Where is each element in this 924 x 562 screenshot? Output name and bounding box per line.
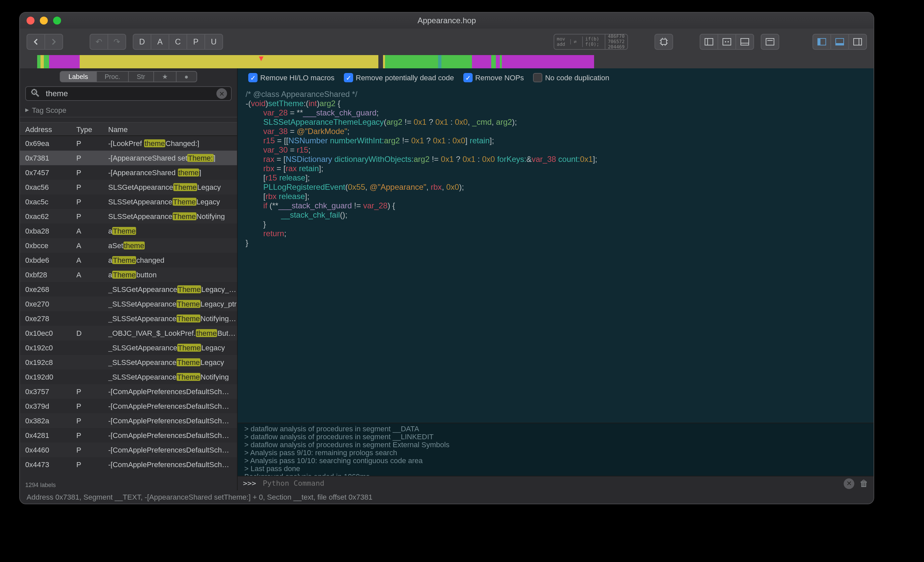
nav-segment[interactable] <box>40 55 44 68</box>
table-row[interactable]: 0x379dP-[ComApplePreferencesDefaultSch… <box>20 399 237 414</box>
nav-segment[interactable] <box>496 55 500 68</box>
table-row[interactable]: 0x7457P-[AppearanceShared theme] <box>20 165 237 180</box>
trash-icon[interactable]: 🗑︎ <box>860 478 868 489</box>
nav-segment[interactable] <box>500 55 502 68</box>
table-row[interactable]: 0x4473P-[ComApplePreferencesDefaultSch… <box>20 457 237 472</box>
decompiler-option[interactable]: ✓Remove potentially dead code <box>344 73 454 82</box>
decompiler-option[interactable]: ✓Remove HI/LO macros <box>248 73 334 82</box>
name-cell: -[AppearanceShared setTheme:] <box>108 154 237 162</box>
table-row[interactable]: 0xe268_SLSGetAppearanceThemeLegacy_ptr <box>20 282 237 297</box>
type-cell: P <box>76 388 108 396</box>
addr-cell: 0x4460 <box>20 446 76 454</box>
table-row[interactable]: 0xac5cPSLSSetAppearanceThemeLegacy <box>20 195 237 209</box>
table-row[interactable]: 0x69eaP-[LookPref themeChanged:] <box>20 136 237 151</box>
search-field[interactable]: 🔍︎ ✕ <box>25 86 232 101</box>
table-row[interactable]: 0xbf28AaThemebutton <box>20 267 237 282</box>
pseudo-code-view[interactable]: /* @class AppearanceShared */-(void)setT… <box>238 87 873 423</box>
nav-segment[interactable] <box>438 55 441 68</box>
nav-forward-button[interactable] <box>45 34 63 50</box>
mode-u-button[interactable]: U <box>204 34 223 50</box>
checkbox-icon[interactable]: ✓ <box>464 73 472 82</box>
panel-dots-button[interactable] <box>717 34 736 50</box>
nav-segment[interactable] <box>382 55 386 68</box>
sidebar-tab-4[interactable]: ● <box>176 70 197 82</box>
table-row[interactable]: 0xbcceAaSettheme <box>20 238 237 253</box>
panel-single-button[interactable] <box>761 34 779 50</box>
mode-c-button[interactable]: C <box>169 34 187 50</box>
clear-search-button[interactable]: ✕ <box>216 88 227 99</box>
mode-p-button[interactable]: P <box>186 34 205 50</box>
search-icon: 🔍︎ <box>30 88 40 99</box>
table-row[interactable]: 0x7381P-[AppearanceShared setTheme:] <box>20 151 237 165</box>
nav-segment[interactable] <box>44 55 49 68</box>
navigation-bar[interactable]: ▼ <box>20 55 873 68</box>
table-row[interactable]: 0x382aP-[ComApplePreferencesDefaultSch… <box>20 414 237 428</box>
toggle-bottom-panel-button[interactable] <box>830 34 849 50</box>
name-cell: -[AppearanceShared theme] <box>108 169 237 177</box>
code-line: var_30 = r15; <box>246 145 866 154</box>
decompiler-option[interactable]: No code duplication <box>533 73 609 82</box>
table-row[interactable]: 0xac62PSLSSetAppearanceThemeNotifying <box>20 209 237 223</box>
sidebar-tab-2[interactable]: Str <box>128 70 154 82</box>
checkbox-icon[interactable]: ✓ <box>248 73 258 82</box>
undo-button[interactable]: ↶ <box>90 34 108 50</box>
table-row[interactable]: 0xe270_SLSSetAppearanceThemeLegacy_ptr <box>20 297 237 311</box>
nav-back-button[interactable] <box>27 34 45 50</box>
nav-segment[interactable] <box>472 55 491 68</box>
close-icon[interactable] <box>27 16 34 24</box>
nav-segment[interactable] <box>49 55 80 68</box>
decompiler-option[interactable]: ✓Remove NOPs <box>464 73 524 82</box>
nav-segment[interactable] <box>441 55 472 68</box>
name-cell: -[ComApplePreferencesDefaultSch… <box>108 388 237 396</box>
panel-left-button[interactable] <box>700 34 718 50</box>
col-name[interactable]: Name <box>108 125 237 133</box>
search-input[interactable] <box>45 88 212 99</box>
table-row[interactable]: 0x192d0_SLSSetAppearanceThemeNotifying <box>20 370 237 384</box>
sidebar-tab-0[interactable]: Labels <box>60 70 97 82</box>
table-row[interactable]: 0x4460P-[ComApplePreferencesDefaultSch… <box>20 442 237 457</box>
code-line: var_38 = @"DarkMode"; <box>246 127 866 136</box>
zoom-icon[interactable] <box>53 16 61 24</box>
redo-button[interactable]: ↷ <box>108 34 126 50</box>
table-row[interactable]: 0xe278_SLSSetAppearanceThemeNotifying… <box>20 311 237 326</box>
table-row[interactable]: 0x3757P-[ComApplePreferencesDefaultSch… <box>20 384 237 399</box>
minimize-icon[interactable] <box>40 16 48 24</box>
asm-hint: mov add <box>554 36 568 47</box>
command-input[interactable] <box>261 478 838 489</box>
table-row[interactable]: 0x192c0_SLSGetAppearanceThemeLegacy <box>20 340 237 355</box>
table-row[interactable]: 0x192c8_SLSSetAppearanceThemeLegacy <box>20 355 237 370</box>
nav-segment[interactable] <box>594 55 873 68</box>
svg-rect-23 <box>859 39 862 45</box>
nav-segment[interactable] <box>80 55 378 68</box>
checkbox-icon[interactable] <box>533 73 542 82</box>
labels-table[interactable]: 0x69eaP-[LookPref themeChanged:]0x7381P-… <box>20 136 237 480</box>
table-row[interactable]: 0x4281P-[ComApplePreferencesDefaultSch… <box>20 428 237 442</box>
panel-bottom-button[interactable] <box>735 34 754 50</box>
toggle-sidebar-right-button[interactable] <box>848 34 867 50</box>
table-row[interactable]: 0x10ec0D_OBJC_IVAR_$_LookPref.themeButto… <box>20 326 237 340</box>
cpu-button[interactable] <box>654 34 673 50</box>
col-address[interactable]: Address <box>20 125 76 133</box>
nav-segment[interactable] <box>378 55 382 68</box>
table-row[interactable]: 0xbde6AaThemechanged <box>20 253 237 267</box>
table-row[interactable]: 0xac56PSLSGetAppearanceThemeLegacy <box>20 180 237 195</box>
nav-segment[interactable] <box>37 55 40 68</box>
mode-a-button[interactable]: A <box>151 34 169 50</box>
addr-cell: 0x192d0 <box>20 373 76 381</box>
nav-group <box>27 34 63 50</box>
sidebar-tab-3[interactable]: ★ <box>153 70 177 82</box>
code-line: if (**___stack_chk_guard != var_28) { <box>246 201 866 210</box>
nav-segment[interactable] <box>20 55 37 68</box>
nav-segment[interactable] <box>491 55 496 68</box>
mode-d-button[interactable]: D <box>133 34 152 50</box>
tag-scope-toggle[interactable]: ▸Tag Scope <box>20 103 237 117</box>
toggle-sidebar-left-button[interactable] <box>813 34 831 50</box>
nav-segment[interactable] <box>502 55 594 68</box>
code-line: r15 = [[NSNumber numberWithInt:arg2 != 0… <box>246 136 866 145</box>
sidebar-tab-1[interactable]: Proc. <box>96 70 129 82</box>
table-row[interactable]: 0xba28AaTheme <box>20 223 237 238</box>
nav-segment[interactable] <box>386 55 438 68</box>
clear-command-button[interactable]: ✕ <box>844 478 854 489</box>
col-type[interactable]: Type <box>76 125 108 133</box>
checkbox-icon[interactable]: ✓ <box>344 73 353 82</box>
